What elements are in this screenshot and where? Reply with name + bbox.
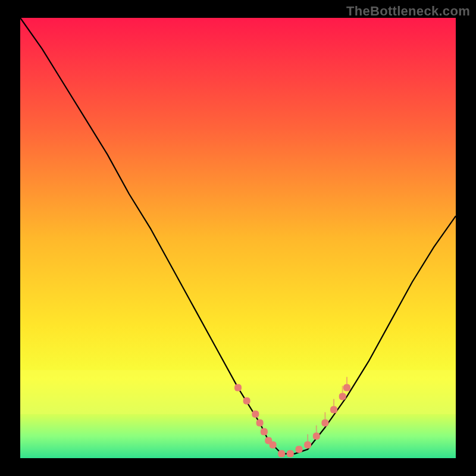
marker-point (330, 406, 337, 414)
marker-point (256, 419, 264, 427)
chart-container: TheBottleneck.com (0, 0, 476, 476)
watermark-text: TheBottleneck.com (346, 4, 470, 19)
highlight-band (20, 370, 456, 414)
marker-point (243, 397, 250, 405)
bottleneck-chart (0, 0, 476, 476)
marker-point (234, 384, 242, 392)
marker-point (261, 428, 268, 436)
marker-point (339, 393, 346, 400)
marker-point (278, 450, 285, 458)
marker-point (304, 441, 311, 449)
marker-point (321, 419, 328, 427)
marker-point (287, 450, 294, 458)
marker-point (270, 441, 277, 449)
marker-point (296, 446, 303, 453)
marker-point (313, 433, 320, 440)
marker-point (252, 411, 259, 418)
marker-point (343, 384, 350, 392)
